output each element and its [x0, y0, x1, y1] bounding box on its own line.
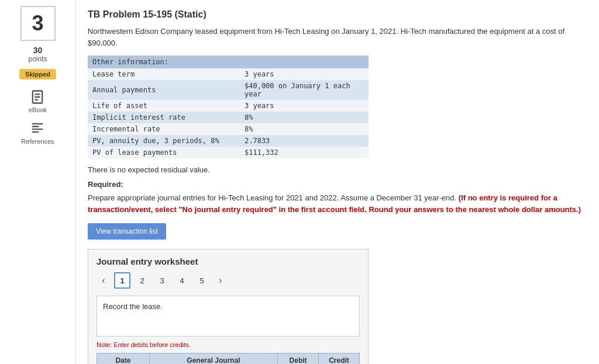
required-instruction-normal: Prepare appropriate journal entries for …: [88, 193, 456, 202]
entry-description-text: Record the lease.: [103, 302, 163, 311]
info-table-value: $40,000 on January 1 each year: [240, 80, 369, 100]
journal-worksheet: Journal entry worksheet ‹ 1 2 3 4 5 › Re…: [88, 249, 369, 364]
page-3-button[interactable]: 3: [154, 272, 170, 289]
info-table-label: Life of asset: [88, 100, 240, 112]
page-5-button[interactable]: 5: [194, 272, 210, 289]
problem-number: 3: [20, 6, 56, 41]
page-1-button[interactable]: 1: [114, 272, 130, 289]
info-table-label: Lease term: [88, 68, 240, 80]
date-header: Date: [97, 353, 150, 365]
note-text: Note: Enter debits before credits.: [97, 341, 360, 348]
info-table-label: PV, annuity due, 3 periods, 8%: [88, 135, 240, 147]
page-2-button[interactable]: 2: [134, 272, 150, 289]
page-4-button[interactable]: 4: [174, 272, 190, 289]
journal-title: Journal entry worksheet: [97, 256, 360, 266]
skipped-badge: Skipped: [19, 69, 56, 79]
page-navigation: ‹ 1 2 3 4 5 ›: [97, 272, 360, 289]
main-content: TB Problem 15-195 (Static) Northwestern …: [76, 0, 599, 364]
info-table-label: Incremental rate: [88, 123, 240, 135]
required-instruction: Prepare appropriate journal entries for …: [88, 192, 587, 215]
problem-description: Northwestern Edison Company leased equip…: [88, 26, 587, 48]
required-label: Required:: [88, 180, 587, 189]
info-table-value: $111,332: [240, 147, 369, 158]
prev-page-button[interactable]: ‹: [97, 273, 111, 287]
entry-description-box: Record the lease.: [97, 296, 360, 337]
journal-table: Date General Journal Debit Credit Januar…: [97, 353, 360, 364]
references-button[interactable]: References: [21, 120, 54, 145]
residual-text: There is no expected residual value.: [88, 165, 587, 174]
points-value: 30: [33, 46, 43, 55]
info-table-label: PV of lease payments: [88, 147, 240, 158]
ebook-button[interactable]: eBook: [29, 89, 47, 113]
info-table: Other information: Lease term3 yearsAnnu…: [88, 56, 369, 158]
references-label: References: [21, 138, 54, 145]
general-journal-header: General Journal: [149, 353, 277, 365]
ebook-icon: [29, 89, 46, 105]
next-page-button[interactable]: ›: [214, 273, 228, 287]
info-table-label: Implicit interest rate: [88, 112, 240, 123]
info-table-value: 8%: [240, 123, 369, 135]
ebook-label: eBook: [29, 106, 47, 113]
view-transaction-button[interactable]: View transaction list: [88, 223, 166, 240]
info-table-label: Annual payments: [88, 80, 240, 100]
info-table-value: 2.7833: [240, 135, 369, 147]
credit-header: Credit: [319, 353, 360, 365]
debit-header: Debit: [278, 353, 319, 365]
problem-title: TB Problem 15-195 (Static): [88, 9, 587, 20]
info-table-caption: Other information:: [88, 56, 369, 68]
info-table-value: 3 years: [240, 68, 369, 80]
references-icon: [29, 120, 46, 137]
sidebar: 3 30 points Skipped eBook References: [0, 0, 76, 364]
info-table-value: 3 years: [240, 100, 369, 112]
info-table-value: 8%: [240, 112, 369, 123]
points-label: points: [28, 55, 47, 63]
